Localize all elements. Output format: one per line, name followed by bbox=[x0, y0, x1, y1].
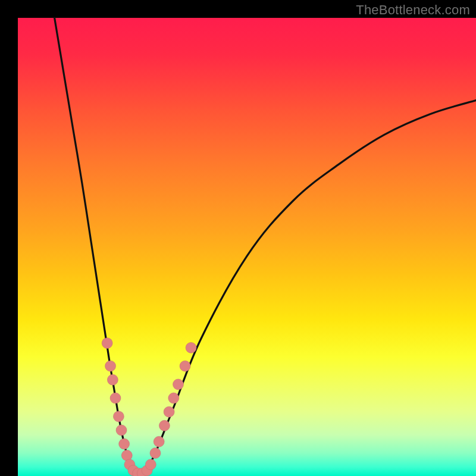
data-point-marker bbox=[105, 361, 116, 371]
data-point-marker bbox=[121, 450, 132, 461]
chart-frame: TheBottleneck.com bbox=[0, 0, 476, 476]
data-point-marker bbox=[180, 361, 190, 371]
data-point-marker bbox=[159, 420, 170, 431]
data-point-marker bbox=[150, 448, 161, 459]
data-point-marker bbox=[164, 406, 174, 417]
data-point-marker bbox=[107, 374, 118, 385]
chart-overlay bbox=[18, 18, 476, 476]
data-point-marker bbox=[116, 425, 127, 436]
data-point-marker bbox=[110, 393, 121, 403]
watermark-text: TheBottleneck.com bbox=[356, 2, 470, 18]
data-point-marker bbox=[154, 436, 164, 447]
curve-line bbox=[55, 18, 476, 474]
data-point-marker bbox=[113, 411, 124, 422]
data-point-marker bbox=[102, 338, 112, 349]
data-point-marker bbox=[186, 342, 196, 353]
plot-area bbox=[18, 18, 476, 476]
data-point-marker bbox=[173, 379, 184, 390]
data-point-marker bbox=[168, 393, 179, 403]
data-point-marker bbox=[119, 439, 130, 449]
data-point-marker bbox=[145, 459, 156, 470]
